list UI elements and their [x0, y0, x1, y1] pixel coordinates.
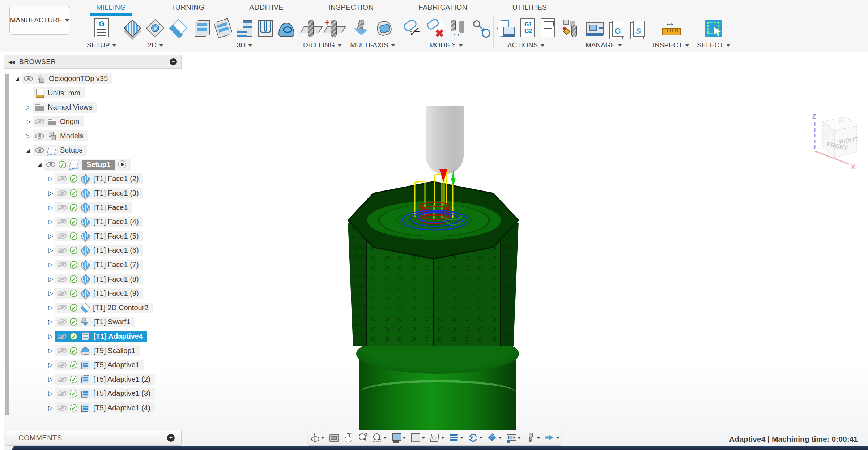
- collapse-triangle-icon[interactable]: ▷: [24, 103, 33, 111]
- collapse-triangle-icon[interactable]: ▷: [46, 304, 55, 312]
- tree-row-content[interactable]: ✓[T5] Adaptive1 (4): [55, 402, 155, 413]
- tool-button[interactable]: [524, 433, 542, 443]
- tree-row-setups[interactable]: ◢Setups: [12, 143, 182, 158]
- tree-row-content[interactable]: Origin: [33, 116, 84, 127]
- tree-row-octogoontop-v35[interactable]: ◢OctogoonTOp v35: [12, 72, 182, 86]
- group-label-inspect[interactable]: INSPECT: [653, 41, 689, 52]
- templates-icon[interactable]: [633, 21, 645, 37]
- tree-row--t1-face1[interactable]: ▷✓[T1] Face1: [12, 200, 182, 215]
- tool-library-icon[interactable]: [563, 20, 580, 37]
- face-mill-icon[interactable]: [124, 20, 141, 37]
- collapse-triangle-icon[interactable]: ▷: [46, 361, 55, 369]
- tree-row--t1-face1-7-[interactable]: ▷✓[T1] Face1 (7): [12, 258, 182, 272]
- visibility-off-icon[interactable]: [58, 205, 67, 210]
- visibility-off-icon[interactable]: [58, 248, 67, 253]
- tree-row-content[interactable]: ✓[T1] 2D Contour2: [55, 303, 153, 313]
- nc-program-g1g2-icon[interactable]: [520, 18, 535, 37]
- tree-row--t5-adaptive1[interactable]: ▷✓[T5] Adaptive1: [12, 358, 182, 372]
- minimize-icon[interactable]: −: [170, 58, 177, 65]
- collapse-triangle-icon[interactable]: ▷: [46, 247, 55, 254]
- visibility-off-icon[interactable]: [58, 362, 67, 368]
- tree-row-content[interactable]: ✓[T1] Face1 (8): [55, 274, 143, 284]
- visibility-off-icon[interactable]: [58, 262, 67, 267]
- visibility-off-icon[interactable]: [58, 305, 67, 310]
- expanded-triangle-icon[interactable]: ◢: [24, 147, 33, 154]
- group-label-setup[interactable]: SETUP: [87, 41, 116, 52]
- toolpath-button[interactable]: [447, 433, 465, 443]
- display-button[interactable]: [390, 433, 408, 443]
- tree-row-content[interactable]: ✓Setup1: [44, 159, 131, 171]
- group-label-manage[interactable]: MANAGE: [586, 41, 622, 52]
- tree-row-content[interactable]: ✓[T1] Swarf1: [55, 317, 135, 327]
- visibility-off-icon[interactable]: [35, 119, 44, 124]
- pocket-clearing-icon[interactable]: [213, 18, 233, 39]
- visibility-on-icon[interactable]: [35, 133, 44, 139]
- lookat-button[interactable]: [327, 433, 340, 443]
- 2d-contour-icon[interactable]: [169, 19, 188, 38]
- tree-row--t1-face1-9-[interactable]: ▷✓[T1] Face1 (9): [12, 286, 182, 301]
- rotary-icon[interactable]: [375, 20, 393, 37]
- group-label-2d[interactable]: 2D: [148, 41, 163, 52]
- tree-row-content[interactable]: ✓[T1] Face1 (5): [55, 231, 143, 241]
- winzoom-button[interactable]: [371, 433, 388, 443]
- visibility-on-icon[interactable]: [46, 162, 55, 167]
- tree-row-content[interactable]: Setups: [33, 145, 87, 156]
- active-setup-radio[interactable]: [118, 160, 126, 168]
- tree-row--t1-face1-2-[interactable]: ▷✓[T1] Face1 (2): [12, 172, 182, 186]
- collapse-triangle-icon[interactable]: ▷: [46, 390, 55, 397]
- orbit-button[interactable]: [308, 433, 326, 443]
- tree-row-content[interactable]: ✓[T1] Adaptive4: [55, 331, 147, 342]
- expanded-triangle-icon[interactable]: ◢: [12, 76, 22, 82]
- grid-button[interactable]: [409, 433, 427, 443]
- visibility-off-icon[interactable]: [58, 190, 67, 196]
- pan-button[interactable]: [342, 433, 355, 443]
- tree-row-content[interactable]: ✓[T1] Face1 (2): [55, 173, 143, 184]
- collapse-triangle-icon[interactable]: ▷: [46, 347, 55, 355]
- setup-sheet-icon[interactable]: [541, 18, 555, 37]
- group-label-drilling[interactable]: DRILLING: [303, 41, 342, 52]
- zoom-button[interactable]: [356, 433, 369, 443]
- visibility-off-icon[interactable]: [58, 334, 67, 339]
- visibility-off-icon[interactable]: [58, 391, 67, 396]
- post-process-icon[interactable]: [497, 20, 515, 37]
- tab-utilities[interactable]: UTILITIES: [506, 0, 553, 15]
- steep-and-shallow-icon[interactable]: [237, 20, 252, 37]
- visibility-off-icon[interactable]: [58, 405, 67, 411]
- flow-icon[interactable]: [258, 20, 273, 37]
- tree-row-content[interactable]: ✓[T1] Face1 (6): [55, 245, 143, 256]
- tree-row-content[interactable]: ✓[T5] Adaptive1 (2): [55, 374, 155, 385]
- tree-row--t1-2d-contour2[interactable]: ▷✓[T1] 2D Contour2: [12, 301, 182, 315]
- tree-row-content[interactable]: ✓[T5] Scallop1: [55, 345, 140, 356]
- tool-change-icon[interactable]: [449, 20, 467, 37]
- drill-new-icon[interactable]: +: [325, 20, 342, 37]
- collapse-triangle-icon[interactable]: ▷: [46, 175, 55, 183]
- collapse-triangle-icon[interactable]: ▷: [46, 333, 55, 340]
- collapse-triangle-icon[interactable]: ▷: [24, 118, 33, 125]
- tab-fabrication[interactable]: FABRICATION: [413, 0, 473, 15]
- tree-row-content[interactable]: ✓[T1] Face1 (7): [55, 260, 143, 270]
- visibility-off-icon[interactable]: [58, 348, 67, 353]
- drill-icon[interactable]: [302, 20, 319, 37]
- collapse-triangle-icon[interactable]: ▷: [46, 204, 55, 211]
- tree-row--t5-adaptive1-3-[interactable]: ▷✓[T5] Adaptive1 (3): [12, 386, 182, 401]
- visibility-off-icon[interactable]: [58, 291, 67, 296]
- visibility-off-icon[interactable]: [58, 319, 67, 325]
- tree-row--t1-face1-3-[interactable]: ▷✓[T1] Face1 (3): [12, 186, 182, 201]
- tree-row-content[interactable]: OctogoonTOp v35: [22, 73, 112, 84]
- tree-row-content[interactable]: Named Views: [33, 102, 97, 113]
- swarf-icon[interactable]: [352, 20, 370, 37]
- collapse-triangle-icon[interactable]: ▷: [46, 218, 55, 226]
- window-select-icon[interactable]: [705, 20, 722, 37]
- tree-row--t1-face1-8-[interactable]: ▷✓[T1] Face1 (8): [12, 272, 182, 286]
- group-label-select[interactable]: SELECT: [697, 41, 731, 52]
- tab-inspection[interactable]: INSPECTION: [323, 0, 379, 15]
- tree-row-content[interactable]: Units: mm: [33, 87, 85, 98]
- collapse-triangle-icon[interactable]: ▷: [46, 318, 55, 326]
- machine-library-icon[interactable]: [586, 20, 603, 37]
- trim-toolpath-icon[interactable]: [403, 20, 420, 37]
- tree-row-content[interactable]: ✓[T1] Face1 (4): [55, 217, 143, 227]
- visibility-off-icon[interactable]: [58, 176, 67, 181]
- visibility-off-icon[interactable]: [58, 277, 67, 282]
- machine-button[interactable]: [505, 433, 523, 443]
- collapse-triangle-icon[interactable]: ▷: [24, 132, 33, 140]
